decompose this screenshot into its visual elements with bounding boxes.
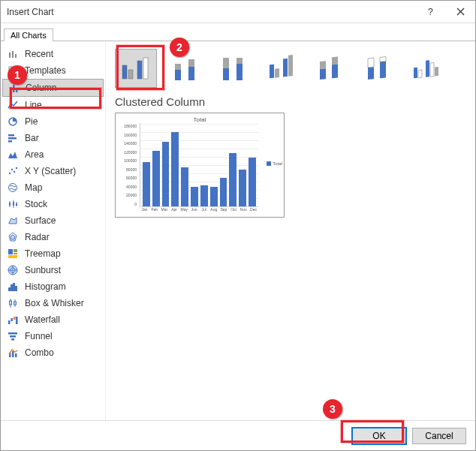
chart-type-label: Radar: [25, 232, 50, 242]
chart-type-stock[interactable]: Stock: [2, 196, 104, 212]
svg-rect-43: [10, 301, 12, 305]
chart-type-surface[interactable]: Surface: [2, 212, 104, 229]
chart-type-label: Surface: [25, 215, 56, 226]
preview-bar: [200, 185, 208, 206]
funnel-chart-icon: [7, 330, 19, 342]
svg-point-20: [9, 184, 17, 192]
chart-type-label: Templates: [25, 65, 66, 76]
sunburst-chart-icon: [7, 264, 19, 276]
svg-rect-14: [8, 140, 12, 143]
chart-type-templates[interactable]: Templates: [2, 62, 104, 79]
waterfall-chart-icon: [7, 314, 19, 326]
chart-type-recent[interactable]: Recent: [2, 46, 104, 62]
svg-rect-32: [14, 253, 17, 254]
svg-rect-47: [11, 318, 14, 321]
preview-bar: [152, 151, 160, 206]
chart-type-label: X Y (Scatter): [25, 166, 76, 176]
chart-type-label: Recent: [25, 49, 53, 59]
chart-preview[interactable]: Total 1800001600001400001200001000008000…: [115, 113, 285, 218]
chart-type-box-whisker[interactable]: Box & Whisker: [2, 295, 104, 311]
svg-rect-75: [332, 57, 338, 65]
titlebar: Insert Chart ?: [1, 1, 475, 23]
help-button[interactable]: ?: [415, 1, 445, 23]
chart-type-label: Histogram: [25, 281, 66, 292]
chart-type-scatter[interactable]: X Y (Scatter): [2, 163, 104, 179]
svg-rect-4: [12, 51, 14, 58]
svg-rect-61: [175, 64, 181, 70]
chart-type-label: Map: [25, 182, 42, 193]
chart-type-waterfall[interactable]: Waterfall: [2, 311, 104, 328]
svg-rect-59: [143, 58, 148, 79]
svg-rect-74: [332, 65, 338, 79]
svg-rect-40: [13, 283, 15, 291]
svg-rect-8: [10, 87, 12, 92]
chart-type-label: Box & Whisker: [25, 298, 84, 308]
preview-bar: [220, 178, 227, 206]
ok-button[interactable]: OK: [352, 428, 406, 444]
preview-bar: [210, 187, 218, 206]
svg-rect-76: [368, 67, 374, 80]
chart-type-label: Sunburst: [25, 265, 61, 275]
cancel-button[interactable]: Cancel: [412, 428, 466, 444]
svg-rect-65: [223, 58, 229, 68]
chart-type-radar[interactable]: Radar: [2, 229, 104, 245]
svg-rect-56: [122, 65, 127, 79]
chart-type-combo[interactable]: Combo: [2, 344, 104, 361]
chart-type-column[interactable]: Column: [2, 79, 104, 97]
stock-chart-icon: [7, 198, 19, 210]
svg-rect-62: [188, 67, 194, 80]
preview-x-axis: JanFebMarAprMayJunJulAugSepOctNovDec: [140, 207, 258, 212]
svg-rect-66: [236, 64, 243, 80]
chart-type-label: Treemap: [25, 248, 61, 259]
chart-type-label: Area: [25, 149, 44, 160]
svg-rect-52: [11, 338, 14, 341]
chart-type-bar[interactable]: Bar: [2, 130, 104, 146]
svg-point-16: [9, 173, 11, 174]
preview-y-axis: 1800001600001400001200001000008000060000…: [117, 124, 137, 206]
svg-rect-30: [8, 249, 13, 254]
close-button[interactable]: [445, 1, 475, 23]
svg-rect-84: [435, 67, 438, 77]
svg-rect-55: [15, 353, 17, 357]
svg-rect-5: [15, 54, 17, 58]
subtype-100-stacked-column[interactable]: [214, 53, 253, 84]
svg-rect-71: [288, 55, 293, 77]
svg-rect-49: [16, 317, 18, 324]
chart-type-map[interactable]: Map: [2, 179, 104, 196]
svg-rect-63: [188, 59, 194, 67]
subtype-clustered-column[interactable]: [115, 49, 157, 88]
templates-icon: [7, 65, 19, 77]
chart-type-label: Stock: [25, 199, 47, 209]
chart-type-histogram[interactable]: Histogram: [2, 278, 104, 295]
map-chart-icon: [7, 182, 19, 194]
column-chart-icon: [8, 82, 20, 94]
svg-rect-80: [414, 68, 417, 79]
treemap-chart-icon: [7, 248, 19, 260]
svg-rect-82: [426, 60, 429, 77]
svg-rect-38: [8, 287, 11, 291]
chart-type-area[interactable]: Area: [2, 146, 104, 163]
subtype-3d-stacked-column[interactable]: [310, 53, 349, 84]
svg-rect-83: [430, 63, 434, 77]
chart-type-sunburst[interactable]: Sunburst: [2, 262, 104, 278]
chart-type-pie[interactable]: Pie: [2, 113, 104, 130]
chart-type-label: Funnel: [25, 331, 53, 341]
svg-rect-24: [13, 202, 14, 206]
chart-type-funnel[interactable]: Funnel: [2, 328, 104, 344]
tab-all-charts[interactable]: All Charts: [4, 29, 53, 41]
svg-rect-10: [16, 89, 18, 92]
chart-type-line[interactable]: Line: [2, 97, 104, 113]
svg-rect-78: [380, 62, 386, 79]
chart-type-treemap[interactable]: Treemap: [2, 245, 104, 262]
subtype-stacked-column[interactable]: [166, 53, 205, 84]
histogram-chart-icon: [7, 281, 19, 293]
svg-rect-13: [8, 137, 17, 140]
svg-rect-46: [8, 320, 11, 324]
svg-rect-48: [14, 317, 16, 320]
bar-chart-icon: [7, 132, 19, 144]
subtype-3d-100-stacked-column[interactable]: [358, 53, 397, 84]
svg-rect-70: [283, 59, 288, 77]
svg-rect-81: [418, 70, 422, 78]
subtype-3d-clustered-column[interactable]: [262, 53, 301, 84]
subtype-3d-column[interactable]: [406, 53, 445, 84]
